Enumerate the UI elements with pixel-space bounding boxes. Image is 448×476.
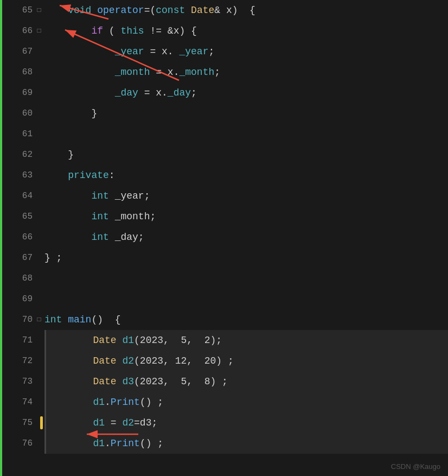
fold-icon[interactable]: □ (35, 0, 43, 21)
fold-spacer (35, 371, 43, 392)
token-this: this (120, 26, 144, 36)
token-day2: _day (168, 87, 191, 98)
token-close1: } (44, 108, 97, 119)
token-day1: _day (115, 87, 138, 98)
token-indent76 (46, 438, 93, 449)
fold-icon[interactable]: □ (35, 309, 43, 330)
fold-spacer (35, 433, 43, 454)
fold-spacer (35, 82, 43, 103)
token-semi1: ; (208, 46, 214, 57)
token-int3: int (91, 232, 108, 243)
token-d2-72: d2 (122, 356, 134, 366)
token-assign2: = x. (150, 67, 179, 78)
token-d3-73: d3 (122, 376, 134, 387)
token-closebrace: } ; (44, 252, 62, 263)
token-indent (44, 67, 115, 78)
code-line (44, 268, 448, 289)
token-print76: Print (111, 438, 140, 449)
token-dot74: . (105, 397, 111, 408)
code-editor: 65 66 67 68 69 60 61 62 63 64 65 66 67 6… (0, 0, 448, 476)
token-call74: () ; (140, 397, 163, 408)
code-line (44, 124, 448, 144)
token-indent6 (44, 232, 91, 243)
token-operator: operator (97, 5, 144, 16)
fold-spacer (35, 144, 43, 165)
line-num: 68 (2, 268, 35, 289)
code-line: _year = x. _year; (44, 41, 448, 62)
token-mainrest: () { (91, 314, 120, 325)
token-params72: (2023, 12, 20) ; (134, 356, 234, 366)
token-print74: Print (111, 397, 140, 408)
token-eq: =( (144, 5, 156, 16)
line-num: 69 (2, 82, 35, 103)
token-indent (44, 87, 115, 98)
token-dot76: . (105, 438, 111, 449)
fold-spacer (35, 330, 43, 351)
token-space-int1 (109, 191, 115, 201)
code-line: _month = x._month; (44, 62, 448, 82)
token-monthm: _month; (115, 211, 156, 222)
line-num: 61 (2, 124, 35, 144)
fold-spacer (35, 206, 43, 227)
line-num: 62 (2, 144, 35, 165)
fold-icons: □ □ □ (35, 0, 43, 476)
code-content: void operator=(const Date& x) { if ( thi… (44, 0, 448, 476)
fold-spacer (35, 289, 43, 309)
line-num: 65 (2, 206, 35, 227)
token-space-int2 (109, 211, 115, 222)
token-indent73 (46, 376, 93, 387)
token-private: private (68, 170, 109, 181)
line-num: 66 (2, 21, 35, 41)
line-num: 76 (2, 433, 35, 454)
line-num: 70 (2, 309, 35, 330)
token-daym: _day; (115, 232, 144, 243)
token-int2: int (91, 211, 108, 222)
token-year2: _year (179, 46, 208, 57)
token-date: Date (191, 5, 214, 16)
token-assign3: = x. (138, 87, 168, 98)
line-num: 60 (2, 103, 35, 124)
code-line (44, 289, 448, 309)
fold-spacer (35, 247, 43, 268)
token-date72: Date (93, 356, 116, 366)
line-num: 67 (2, 247, 35, 268)
code-line: int _year; (44, 186, 448, 206)
token-indent4 (44, 191, 91, 201)
token-empty (44, 129, 50, 139)
token-yearm: _year; (115, 191, 150, 201)
code-line-highlighted: d1.Print() ; (44, 392, 448, 412)
line-numbers: 65 66 67 68 69 60 61 62 63 64 65 66 67 6… (2, 0, 35, 476)
token-int1: int (91, 191, 108, 201)
fold-spacer (35, 41, 43, 62)
token-date73: Date (93, 376, 116, 387)
fold-icon[interactable]: □ (35, 21, 43, 41)
line-num: 66 (2, 227, 35, 247)
token-d2-75: d2 (122, 417, 134, 428)
token-space73 (117, 376, 123, 387)
token-space2 (185, 5, 191, 16)
token-indent (44, 46, 115, 57)
code-line: int _month; (44, 206, 448, 227)
fold-spacer (35, 392, 43, 412)
line-num: 69 (2, 289, 35, 309)
token-space-int3 (109, 232, 115, 243)
token-year1: _year (115, 46, 144, 57)
token-indent72 (46, 356, 93, 366)
token-d1-74: d1 (93, 397, 105, 408)
token-rest: & x) { (214, 5, 255, 16)
fold-spacer (35, 62, 43, 82)
code-line: } (44, 144, 448, 165)
code-line: void operator=(const Date& x) { (44, 0, 448, 21)
code-line: int _day; (44, 227, 448, 247)
token-call76: () ; (140, 438, 163, 449)
line-num: 73 (2, 371, 35, 392)
code-line-highlighted: Date d3(2023, 5, 8) ; (44, 371, 448, 392)
token-space (91, 5, 97, 16)
token-space-main (62, 314, 68, 325)
token-neq: != &x) { (144, 26, 197, 36)
line-num: 71 (2, 330, 35, 351)
fold-spacer (35, 103, 43, 124)
token-d1-71: d1 (122, 335, 134, 346)
code-line-highlighted: d1.Print() ; (44, 433, 448, 454)
token-params73: (2023, 5, 8) ; (134, 376, 228, 387)
